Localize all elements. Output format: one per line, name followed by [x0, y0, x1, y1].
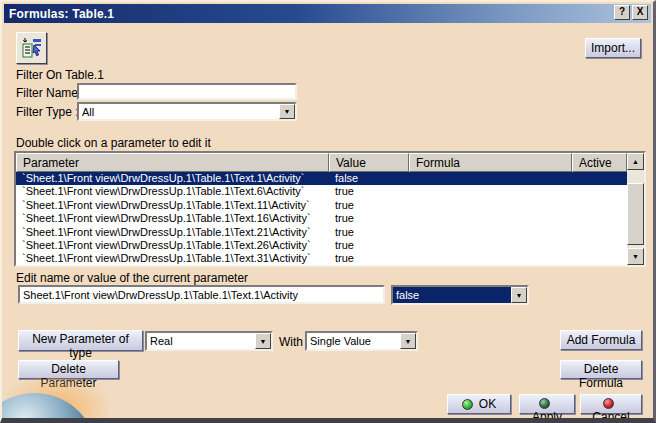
titlebar-buttons: ? X: [614, 5, 648, 20]
table-header: Parameter Value Formula Active: [16, 153, 627, 172]
cell-param: `Sheet.1\Front view\DrwDressUp.1\Table.1…: [16, 252, 329, 265]
help-button[interactable]: ?: [614, 5, 630, 20]
cell-formula: [409, 226, 572, 239]
cell-formula: [409, 185, 572, 198]
cell-value: true: [329, 199, 409, 212]
instruction-label: Double click on a parameter to edit it: [16, 136, 211, 150]
close-button[interactable]: X: [632, 5, 648, 20]
formulas-dialog: Formulas: Table.1 ? X Import... Filter O…: [0, 0, 656, 423]
cell-param: `Sheet.1\Front view\DrwDressUp.1\Table.1…: [16, 185, 329, 198]
column-header-active[interactable]: Active: [572, 153, 627, 172]
apply-status-icon: [539, 398, 550, 409]
scrollbar-thumb[interactable]: [627, 183, 644, 245]
cell-value: true: [329, 185, 409, 198]
table-row[interactable]: `Sheet.1\Front view\DrwDressUp.1\Table.1…: [16, 252, 644, 265]
table-row[interactable]: `Sheet.1\Front view\DrwDressUp.1\Table.1…: [16, 226, 644, 239]
filter-type-dropdown[interactable]: All ▼: [77, 102, 297, 121]
chevron-down-icon[interactable]: ▼: [255, 333, 271, 349]
cell-active: [572, 185, 627, 198]
cell-formula: [409, 199, 572, 212]
filter-name-label: Filter Name :: [16, 86, 85, 100]
parameter-value-dropdown[interactable]: false ▼: [391, 285, 529, 305]
filter-name-input[interactable]: [77, 83, 297, 100]
cell-param: `Sheet.1\Front view\DrwDressUp.1\Table.1…: [16, 226, 329, 239]
ok-status-icon: [462, 399, 473, 410]
cell-value: true: [329, 252, 409, 265]
column-header-formula[interactable]: Formula: [409, 153, 572, 172]
cancel-status-icon: [603, 398, 614, 409]
cell-formula: [409, 239, 572, 252]
table-row[interactable]: `Sheet.1\Front view\DrwDressUp.1\Table.1…: [16, 239, 644, 252]
filter-section-label: Filter On Table.1: [16, 68, 104, 82]
import-button[interactable]: Import...: [585, 38, 641, 58]
cell-param: `Sheet.1\Front view\DrwDressUp.1\Table.1…: [16, 199, 329, 212]
chevron-down-icon[interactable]: ▼: [279, 104, 295, 119]
parameter-filter-button[interactable]: [16, 32, 47, 64]
column-header-value[interactable]: Value: [329, 153, 409, 172]
parameter-table-body: `Sheet.1\Front view\DrwDressUp.1\Table.1…: [16, 172, 644, 266]
filter-type-value: All: [79, 104, 279, 119]
cell-active: [572, 212, 627, 225]
with-label: With: [279, 335, 303, 349]
cell-value: false: [329, 172, 409, 185]
new-parameter-button[interactable]: New Parameter of type: [18, 330, 143, 351]
chevron-down-icon[interactable]: ▼: [400, 333, 416, 349]
cell-formula: [409, 252, 572, 265]
cell-value: true: [329, 226, 409, 239]
cell-active: [572, 172, 627, 185]
edit-section-label: Edit name or value of the current parame…: [16, 271, 248, 285]
cancel-button[interactable]: Cancel: [580, 394, 642, 414]
column-header-parameter[interactable]: Parameter: [16, 153, 329, 172]
cell-active: [572, 226, 627, 239]
window-title: Formulas: Table.1: [9, 7, 114, 21]
cell-active: [572, 252, 627, 265]
cell-formula: [409, 212, 572, 225]
apply-button[interactable]: Apply: [519, 394, 575, 414]
parameter-list-icon: [21, 37, 43, 59]
scroll-down-icon[interactable]: ▼: [627, 248, 644, 265]
cell-value: true: [329, 212, 409, 225]
parameter-type-dropdown[interactable]: Real ▼: [145, 331, 273, 351]
table-row[interactable]: `Sheet.1\Front view\DrwDressUp.1\Table.1…: [16, 199, 644, 212]
cell-formula: [409, 172, 572, 185]
vertical-scrollbar[interactable]: ▲ ▼: [627, 153, 644, 265]
delete-formula-button[interactable]: Delete Formula: [560, 360, 642, 379]
cell-value: true: [329, 239, 409, 252]
scroll-up-icon[interactable]: ▲: [627, 153, 644, 170]
parameter-table: Parameter Value Formula Active `Sheet.1\…: [14, 151, 646, 267]
table-row[interactable]: `Sheet.1\Front view\DrwDressUp.1\Table.1…: [16, 212, 644, 225]
cell-param: `Sheet.1\Front view\DrwDressUp.1\Table.1…: [16, 212, 329, 225]
filter-type-label: Filter Type :: [16, 105, 78, 119]
title-bar[interactable]: Formulas: Table.1 ? X: [4, 4, 651, 23]
add-formula-button[interactable]: Add Formula: [560, 330, 642, 350]
parameter-type-selected: Real: [147, 333, 255, 349]
ok-button[interactable]: OK: [447, 394, 511, 414]
value-type-dropdown[interactable]: Single Value ▼: [305, 331, 418, 351]
chevron-down-icon[interactable]: ▼: [511, 287, 527, 303]
cell-active: [572, 239, 627, 252]
table-row[interactable]: `Sheet.1\Front view\DrwDressUp.1\Table.1…: [16, 185, 644, 198]
parameter-name-input[interactable]: [18, 285, 385, 304]
cell-param: `Sheet.1\Front view\DrwDressUp.1\Table.1…: [16, 172, 329, 185]
value-type-selected: Single Value: [307, 333, 400, 349]
cell-param: `Sheet.1\Front view\DrwDressUp.1\Table.1…: [16, 239, 329, 252]
parameter-value-selected: false: [393, 287, 511, 303]
table-row[interactable]: `Sheet.1\Front view\DrwDressUp.1\Table.1…: [16, 172, 644, 185]
cell-active: [572, 199, 627, 212]
